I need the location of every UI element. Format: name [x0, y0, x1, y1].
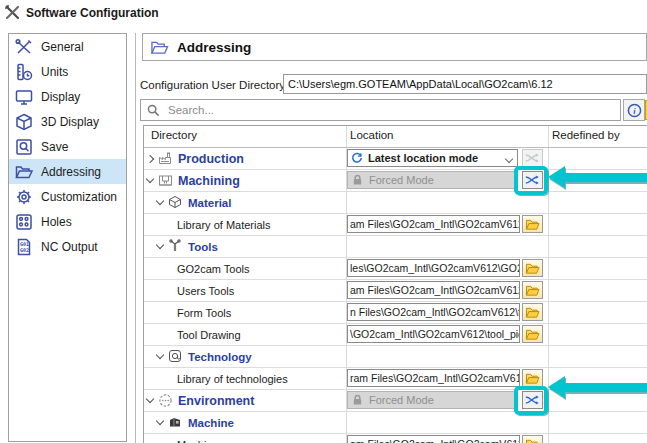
svg-text:G02: G02	[20, 247, 29, 253]
crossed-tools-icon	[5, 5, 20, 20]
browse-folder-button[interactable]	[522, 281, 543, 299]
technology-icon	[168, 349, 183, 364]
location-path-value: n Files\GO2cam_Intl\GO2camV612\forme	[350, 306, 520, 318]
search-input[interactable]	[166, 103, 620, 117]
expander-expanded-icon[interactable]	[146, 175, 154, 183]
shuffle-button-disabled	[522, 149, 543, 167]
forced-mode-field: Forced Mode	[347, 391, 518, 409]
table-row: GO2cam Tools les\GO2cam_Intl\GO2camV612\…	[144, 258, 647, 280]
location-path-value: am Files\GO2cam_Intl\GO2camV612\mat	[350, 218, 520, 230]
nc-code-document-icon: G01 G02	[14, 237, 34, 257]
settings-sidebar: General Units Display 3D Display	[8, 33, 127, 442]
ruler-clock-icon	[14, 62, 34, 82]
page-title: Addressing	[177, 40, 251, 55]
sidebar-item-label: General	[41, 40, 84, 54]
location-mode-dropdown[interactable]: Latest location mode	[347, 149, 518, 167]
directory-item-label[interactable]: Library of technologies	[177, 373, 288, 385]
sidebar-item-general[interactable]: General	[9, 34, 126, 59]
directory-item-label[interactable]: GO2cam Tools	[177, 263, 250, 275]
monitor-icon	[14, 87, 34, 107]
expander-expanded-icon[interactable]	[156, 241, 164, 249]
sidebar-item-holes[interactable]: Holes	[9, 209, 126, 234]
sidebar-item-units[interactable]: Units	[9, 59, 126, 84]
location-path-field[interactable]: am Files\GO2cam_Intl\GO2camV612\mac	[347, 435, 520, 443]
directory-subgroup-label[interactable]: Machine	[188, 417, 234, 429]
expander-expanded-icon[interactable]	[156, 417, 164, 425]
location-path-value: am Files\GO2cam_Intl\GO2camV612\mac	[350, 438, 520, 443]
location-path-field[interactable]: ram Files\GO2cam_Intl\GO2camV612\tec	[347, 369, 520, 387]
browse-folder-button[interactable]	[522, 259, 543, 277]
browse-folder-button[interactable]	[522, 215, 543, 233]
sidebar-item-nc-output[interactable]: G01 G02 NC Output	[9, 234, 126, 259]
table-row: Users Tools am Files\GO2cam_Intl\GO2camV…	[144, 280, 647, 302]
directory-group-label[interactable]: Production	[178, 152, 244, 166]
directory-subgroup-label[interactable]: Technology	[188, 351, 252, 363]
sidebar-item-save[interactable]: Save	[9, 134, 126, 159]
location-path-field[interactable]: n Files\GO2cam_Intl\GO2camV612\forme	[347, 303, 520, 321]
expander-collapsed-icon[interactable]	[146, 154, 154, 162]
directory-item-label[interactable]: Library of Materials	[177, 219, 271, 231]
location-path-value: les\GO2cam_Intl\GO2camV612\GO2_tool	[350, 262, 520, 274]
directory-item-label[interactable]: Users Tools	[177, 285, 234, 297]
refresh-icon	[351, 152, 363, 164]
table-row: Material	[144, 192, 647, 214]
column-header-directory: Directory	[151, 129, 197, 141]
open-folder-icon	[14, 162, 34, 182]
directory-item-label[interactable]: Form Tools	[177, 307, 231, 319]
config-dir-label: Configuration User Directory	[140, 79, 285, 91]
location-mode-value: Latest location mode	[368, 152, 478, 164]
browse-folder-button[interactable]	[522, 303, 543, 321]
location-path-value: ram Files\GO2cam_Intl\GO2camV612\tec	[350, 372, 520, 384]
sidebar-item-display[interactable]: Display	[9, 84, 126, 109]
directory-item-label[interactable]: Tool Drawing	[177, 329, 241, 341]
table-row: Machine	[144, 412, 647, 434]
annotation-arrow-machining	[548, 166, 647, 188]
lock-icon	[352, 394, 363, 406]
directory-item-label[interactable]: Machines	[177, 439, 224, 443]
sidebar-item-label: Addressing	[41, 165, 101, 179]
lock-icon	[352, 174, 363, 186]
location-path-field[interactable]: les\GO2cam_Intl\GO2camV612\GO2_tool	[347, 259, 520, 277]
cube-icon	[14, 112, 34, 132]
holes-grid-icon	[14, 212, 34, 232]
sidebar-item-addressing[interactable]: Addressing	[9, 159, 126, 184]
location-path-field[interactable]: \GO2cam_Intl\GO2camV612\tool_picture	[347, 325, 520, 343]
screw-tool-icon	[168, 239, 183, 254]
column-header-location: Location	[350, 129, 393, 141]
table-row: Library of Materials am Files\GO2cam_Int…	[144, 214, 647, 236]
sidebar-item-customization[interactable]: Customization	[9, 184, 126, 209]
sidebar-item-label: Units	[41, 65, 68, 79]
location-path-field[interactable]: am Files\GO2cam_Intl\GO2camV612\mat	[347, 215, 520, 233]
browse-folder-button[interactable]	[522, 369, 543, 387]
open-folder-icon	[150, 39, 169, 56]
search-box	[140, 99, 621, 121]
expander-expanded-icon[interactable]	[146, 395, 154, 403]
directory-subgroup-label[interactable]: Material	[188, 197, 231, 209]
gear-icon	[14, 187, 34, 207]
table-header: Directory Location Redefined by	[144, 126, 647, 148]
directory-group-label[interactable]: Environment	[178, 394, 254, 408]
table-row: Form Tools n Files\GO2cam_Intl\GO2camV61…	[144, 302, 647, 324]
expander-expanded-icon[interactable]	[156, 197, 164, 205]
annotation-highlight-box	[514, 166, 548, 195]
table-row: Tools	[144, 236, 647, 258]
sidebar-item-3d-display[interactable]: 3D Display	[9, 109, 126, 134]
sidebar-item-label: NC Output	[41, 240, 98, 254]
page-header: Addressing	[142, 33, 647, 61]
info-button[interactable]: i	[623, 99, 645, 121]
chevron-down-icon	[505, 155, 513, 163]
browse-folder-button[interactable]	[522, 435, 543, 443]
sidebar-item-label: Display	[41, 90, 80, 104]
material-cube-icon	[168, 195, 183, 210]
window-title: Software Configuration	[26, 6, 159, 20]
expander-expanded-icon[interactable]	[156, 351, 164, 359]
info-icon: i	[627, 103, 642, 118]
location-path-field[interactable]: am Files\GO2cam_Intl\GO2camV612\tool	[347, 281, 520, 299]
directory-group-label[interactable]: Machining	[178, 174, 240, 188]
directory-subgroup-label[interactable]: Tools	[188, 241, 218, 253]
table-row: Technology	[144, 346, 647, 368]
config-dir-input[interactable]	[283, 74, 647, 94]
browse-folder-button[interactable]	[522, 325, 543, 343]
table-row: Machines am Files\GO2cam_Intl\GO2camV612…	[144, 434, 647, 443]
sidebar-item-label: Holes	[41, 215, 72, 229]
